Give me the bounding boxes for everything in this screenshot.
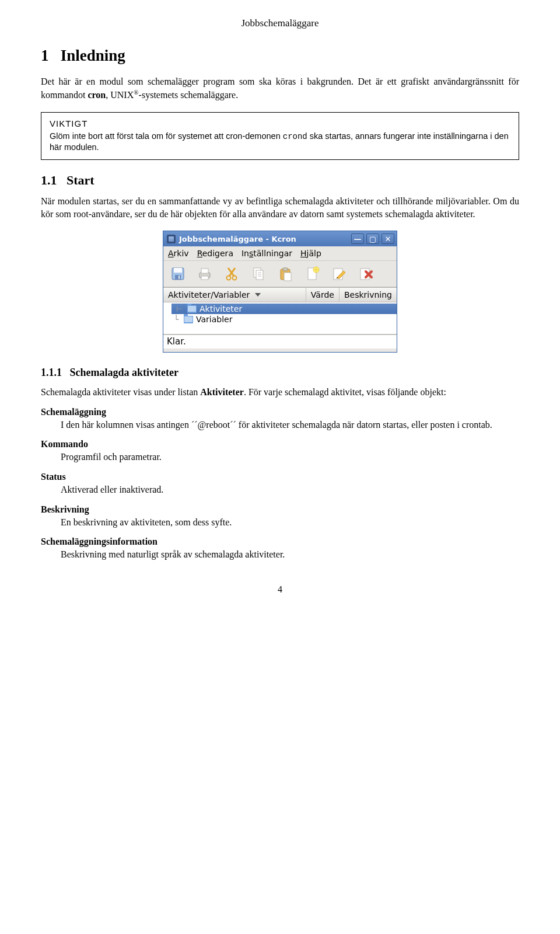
- section-heading: 1 Inledning: [41, 47, 519, 65]
- def-desc: I den här kolumnen visas antingen ´´@reb…: [61, 419, 519, 431]
- intro-paragraph: Det här är en modul som schemalägger pro…: [41, 75, 519, 102]
- def-desc: Beskrivning med naturligt språk av schem…: [61, 548, 519, 561]
- section-number: 1: [41, 47, 49, 64]
- app-icon: [167, 235, 176, 243]
- minimize-button[interactable]: —: [351, 234, 364, 244]
- menu-hjalp[interactable]: Hjälp: [300, 249, 321, 258]
- print-icon[interactable]: [194, 264, 216, 284]
- bold-cron: cron: [88, 90, 106, 100]
- folder-icon: [184, 316, 193, 323]
- window-title: Jobbschemaläggare - Kcron: [179, 235, 296, 243]
- edit-icon[interactable]: [328, 264, 350, 284]
- tree-branch-icon: ⊢: [175, 304, 184, 313]
- registered-mark: ®: [134, 89, 138, 96]
- paste-icon[interactable]: [274, 264, 296, 284]
- def-term: Beskrivning: [41, 504, 519, 515]
- column-headers: Aktiviteter/Variabler Värde Beskrivning: [163, 287, 397, 302]
- save-icon[interactable]: [167, 264, 189, 284]
- cut-icon[interactable]: [220, 264, 243, 284]
- titlebar[interactable]: Jobbschemaläggare - Kcron — ▢ ✕: [163, 231, 397, 246]
- svg-rect-5: [201, 269, 208, 273]
- menu-redigera[interactable]: Redigera: [197, 249, 233, 258]
- page-number: 4: [41, 584, 519, 595]
- folder-icon: [187, 305, 197, 313]
- tree-item-aktiviteter[interactable]: ⊢ Aktiviteter: [172, 304, 397, 314]
- svg-rect-2: [175, 275, 181, 280]
- svg-rect-17: [283, 268, 288, 271]
- def-term: Schemaläggning: [41, 407, 519, 417]
- subsubsection-title: Schemalagda aktiviteter: [70, 367, 178, 378]
- svg-marker-30: [255, 293, 261, 297]
- important-body: Glöm inte bort att först tala om för sys…: [50, 131, 510, 154]
- column-activities[interactable]: Aktiviteter/Variabler: [163, 288, 306, 302]
- svg-point-9: [227, 276, 231, 280]
- copy-icon[interactable]: [247, 264, 270, 284]
- delete-icon[interactable]: [355, 264, 377, 284]
- sched-paragraph: Schemalagda aktiviteter visas under list…: [41, 386, 519, 399]
- tree-item-label: Aktiviteter: [200, 304, 242, 313]
- def-term: Status: [41, 472, 519, 482]
- chevron-down-icon: [255, 292, 261, 298]
- page-header: Jobbschemaläggare: [41, 18, 519, 29]
- menu-installningar[interactable]: Inställningar: [242, 249, 292, 258]
- def-term: Schemaläggningsinformation: [41, 536, 519, 547]
- document-page: Jobbschemaläggare 1 Inledning Det här är…: [0, 0, 560, 612]
- subsubsection-number: 1.1.1: [41, 367, 62, 378]
- column-value[interactable]: Värde: [306, 288, 340, 302]
- definition-list: Schemaläggning I den här kolumnen visas …: [41, 407, 519, 561]
- maximize-button[interactable]: ▢: [366, 234, 379, 244]
- subsection-heading: 1.1 Start: [41, 173, 519, 188]
- svg-rect-3: [178, 276, 180, 279]
- kcron-window: Jobbschemaläggare - Kcron — ▢ ✕ Arkiv Re…: [163, 231, 397, 353]
- tree-view[interactable]: ⊢ Aktiviteter └ Variabler: [163, 302, 397, 334]
- menu-arkiv[interactable]: Arkiv: [168, 249, 189, 258]
- svg-rect-1: [174, 268, 182, 273]
- code-crond: crond: [283, 132, 307, 141]
- section-title: Inledning: [61, 47, 125, 64]
- subsubsection-heading: 1.1.1 Schemalagda aktiviteter: [41, 367, 519, 379]
- svg-rect-12: [256, 270, 263, 280]
- svg-rect-6: [201, 276, 208, 280]
- def-desc: En beskrivning av aktiviteten, som dess …: [61, 516, 519, 529]
- new-icon[interactable]: [301, 264, 323, 284]
- status-bar: Klar.: [163, 334, 397, 348]
- subsection-number: 1.1: [41, 173, 57, 187]
- bold-aktiviteter: Aktiviteter: [200, 387, 244, 397]
- def-desc: Aktiverad eller inaktiverad.: [61, 483, 519, 496]
- tree-item-variabler[interactable]: └ Variabler: [168, 314, 397, 325]
- tree-branch-icon: └: [172, 315, 181, 324]
- toolbar: [163, 261, 397, 287]
- tree-item-label: Variabler: [196, 315, 232, 324]
- important-title: VIKTIGT: [50, 119, 510, 128]
- svg-point-10: [233, 276, 237, 280]
- important-box: VIKTIGT Glöm inte bort att först tala om…: [41, 112, 519, 160]
- def-desc: Programfil och parametrar.: [61, 451, 519, 463]
- column-description[interactable]: Beskrivning: [340, 288, 397, 302]
- def-term: Kommando: [41, 439, 519, 449]
- close-button[interactable]: ✕: [382, 234, 394, 244]
- window-footer: [163, 348, 397, 352]
- start-paragraph: När modulen startas, ser du en sammanfat…: [41, 195, 519, 220]
- subsection-title: Start: [66, 173, 94, 187]
- svg-rect-18: [284, 273, 291, 281]
- menubar: Arkiv Redigera Inställningar Hjälp: [163, 246, 397, 261]
